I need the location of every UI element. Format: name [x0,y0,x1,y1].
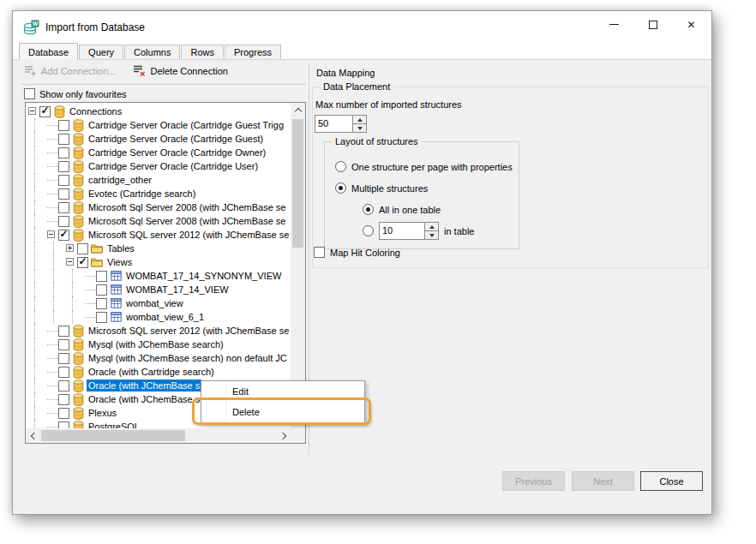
radio-button[interactable] [363,204,374,215]
show-only-favourites-checkbox[interactable] [24,88,35,99]
tree-row-microsoft-sql-server-2008-with-jchembase-se[interactable]: Microsoft Sql Server 2008 (with JChemBas… [27,200,291,214]
tree-checkbox[interactable] [58,230,69,241]
tree-checkbox[interactable] [58,175,69,186]
tab-progress[interactable]: Progress [225,45,281,59]
tree-checkbox[interactable] [58,161,69,172]
tree-checkbox[interactable] [58,202,69,213]
tree-row-microsoft-sql-server-2008-with-jchembase-se[interactable]: Microsoft Sql Server 2008 (with JChemBas… [27,214,291,228]
in-table-count-spinner[interactable]: 10 [379,222,439,240]
tree-item-label[interactable]: Microsoft SQL server 2012 (with JChemBas… [87,325,291,337]
tree-row-microsoft-sql-server-2012-with-jchembase-se[interactable]: Microsoft SQL server 2012 (with JChemBas… [27,324,291,338]
tree-item-label[interactable]: Microsoft SQL server 2012 (with JChemBas… [87,229,291,241]
tree-row-cartridge-server-oracle-cartridge-user[interactable]: Cartridge Server Oracle (Cartridge User) [27,159,291,173]
tree-row-connections[interactable]: Connections [27,105,291,118]
tree-checkbox[interactable] [77,243,88,254]
scroll-up-button[interactable] [291,103,305,117]
tree-checkbox[interactable] [77,257,88,268]
context-menu-item-edit[interactable]: Edit [201,381,364,402]
tree-item-label[interactable]: wombat_view_6_1 [124,311,206,323]
tree-checkbox[interactable] [58,326,69,337]
tree-item-label[interactable]: Mysql (with JChemBase search) non defaul… [87,352,289,364]
tree-item-label[interactable]: Cartridge Server Oracle (Cartridge User) [87,160,260,172]
tree-row-cartridge-server-oracle-cartridge-guest-trigg[interactable]: Cartridge Server Oracle (Cartridge Guest… [27,118,291,132]
tree-checkbox[interactable] [58,188,69,200]
tab-query[interactable]: Query [79,45,123,59]
tree-checkbox[interactable] [58,216,69,227]
tree-row-wombat-17-14-view[interactable]: WOMBAT_17_14_VIEW [27,283,291,296]
spin-up-button[interactable] [425,223,438,230]
tree-checkbox[interactable] [58,394,69,405]
tree-checkbox[interactable] [58,367,69,378]
tree-row-wombat-17-14-synonym-view[interactable]: WOMBAT_17_14_SYNONYM_VIEW [27,269,291,283]
minimize-button[interactable] [595,12,633,37]
in-table-count-value[interactable]: 10 [380,223,424,239]
tree-item-label[interactable]: Evotec (Cartridge search) [87,188,197,200]
tree-checkbox[interactable] [96,271,107,282]
tree-item-label[interactable]: wombat_view [124,297,185,309]
tree-item-label[interactable]: Connections [68,105,123,117]
scroll-left-button[interactable] [26,428,40,443]
scroll-right-button[interactable] [276,428,291,443]
tab-rows[interactable]: Rows [181,45,224,59]
tree-checkbox[interactable] [96,284,107,296]
radio-option-in-table[interactable]: 10in table [363,222,474,240]
tree-item-label[interactable]: WOMBAT_17_14_SYNONYM_VIEW [124,270,283,282]
horizontal-scroll-thumb[interactable] [41,430,185,441]
horizontal-scrollbar[interactable] [26,428,291,443]
tree-item-label[interactable]: Microsoft Sql Server 2008 (with JChemBas… [87,201,287,213]
tree-checkbox[interactable] [58,147,69,158]
collapse-icon[interactable] [28,107,36,115]
tree-item-label[interactable]: Tables [105,242,136,254]
radio-button[interactable] [335,182,346,194]
context-menu-item-delete[interactable]: Delete [201,402,364,422]
tree-item-label[interactable]: Plexus [87,407,118,419]
previous-button[interactable]: Previous [502,471,565,491]
show-only-favourites-row[interactable]: Show only favourites [24,88,127,99]
radio-button[interactable] [335,161,346,172]
close-button[interactable]: ✕ [672,12,711,37]
tree-row-evotec-cartridge-search[interactable]: Evotec (Cartridge search) [27,187,291,200]
tree-item-label[interactable]: Oracle (with Cartridge search) [87,366,216,378]
tree-row-wombat-view[interactable]: wombat_view [27,296,291,310]
tree-row-views[interactable]: Views [27,255,291,269]
tree-row-microsoft-sql-server-2012-with-jchembase-se[interactable]: Microsoft SQL server 2012 (with JChemBas… [27,228,291,242]
tree-checkbox[interactable] [96,298,107,309]
tree-item-label[interactable]: Cartridge Server Oracle (Cartridge Guest… [87,119,285,131]
tree-row-oracle-with-cartridge-search[interactable]: Oracle (with Cartridge search) [27,365,291,379]
tree-item-label[interactable]: Mysql (with JChemBase search) [87,338,225,350]
tree-row-cartridge-server-oracle-cartridge-guest[interactable]: Cartridge Server Oracle (Cartridge Guest… [27,132,291,146]
tree-item-label[interactable]: Cartridge Server Oracle (Cartridge Owner… [87,146,267,158]
vertical-scrollbar[interactable] [291,103,305,428]
tree-item-label[interactable]: WOMBAT_17_14_VIEW [124,284,231,296]
spin-up-button[interactable] [353,116,366,123]
max-structures-spinner[interactable]: 50 [315,115,367,133]
add-connection-button[interactable]: Add Connection... [24,64,116,78]
tree-row-mysql-with-jchembase-search[interactable]: Mysql (with JChemBase search) [27,338,291,351]
tree-checkbox[interactable] [58,408,69,419]
expand-icon[interactable] [66,244,74,252]
radio-option-one-structure-per-page-with-properties[interactable]: One structure per page with properties [335,161,513,172]
tab-database[interactable]: Database [19,43,78,60]
tree-item-label[interactable]: Oracle (with JChemBase s [87,393,201,405]
tree-checkbox[interactable] [96,312,107,323]
close-button[interactable]: Close [640,471,703,491]
max-structures-value[interactable]: 50 [315,116,352,132]
tree-row-cartridge-other[interactable]: cartridge_other [27,173,291,187]
tree-item-label[interactable]: Oracle (with JChemBase s [87,380,201,392]
radio-option-multiple-structures[interactable]: Multiple structures [335,182,428,194]
tree-item-label[interactable]: Cartridge Server Oracle (Cartridge Guest… [87,133,265,145]
radio-button[interactable] [363,225,374,236]
tree-item-label[interactable]: cartridge_other [87,174,153,186]
spin-down-button[interactable] [425,230,438,239]
collapse-icon[interactable] [66,258,74,266]
tree-checkbox[interactable] [39,106,51,117]
tree-checkbox[interactable] [58,339,69,350]
delete-connection-button[interactable]: Delete Connection [133,64,228,78]
radio-option-all-in-one-table[interactable]: All in one table [363,204,441,215]
tree-checkbox[interactable] [58,120,69,131]
spin-down-button[interactable] [353,123,366,132]
vertical-scroll-thumb[interactable] [292,119,303,248]
map-hit-coloring-checkbox[interactable] [314,247,325,258]
tree-checkbox[interactable] [58,134,69,145]
tree-row-tables[interactable]: Tables [27,242,291,255]
